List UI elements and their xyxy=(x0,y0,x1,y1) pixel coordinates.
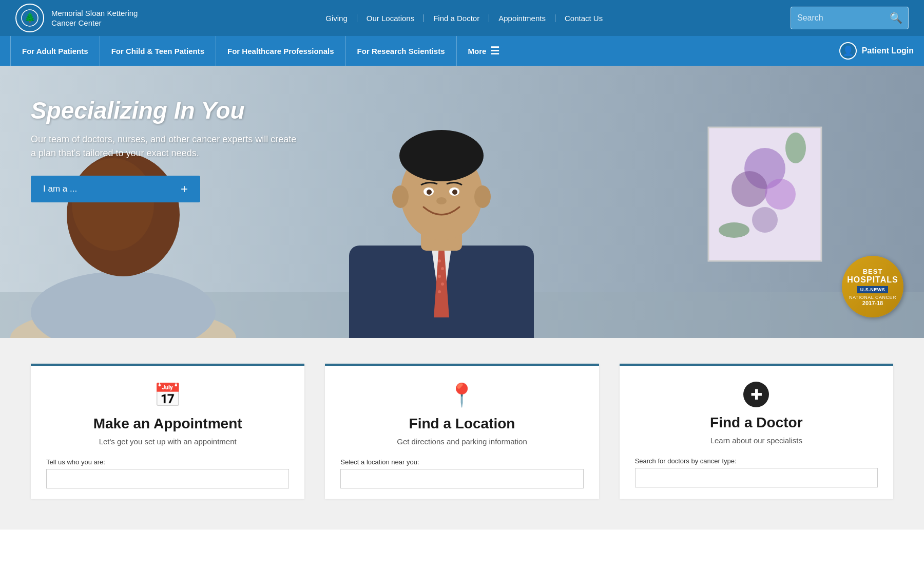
cards-section: 📅 Make an Appointment Let's get you set … xyxy=(0,338,924,530)
svg-point-16 xyxy=(441,282,444,286)
svg-point-31 xyxy=(765,179,796,210)
doctor-card-icon: ✚ xyxy=(743,382,769,407)
badge-national-text: NATIONAL CANCER xyxy=(849,295,896,300)
svg-point-22 xyxy=(474,185,491,208)
hero-content: Specializing In You Our team of doctors,… xyxy=(31,97,296,202)
doctor-input-label: Search for doctors by cancer type: xyxy=(635,457,878,465)
svg-point-20 xyxy=(399,130,484,181)
badge-usnews-text: U.S.NEWS xyxy=(857,286,889,293)
location-input-label: Select a location near you: xyxy=(340,458,583,466)
svg-point-15 xyxy=(438,275,441,278)
svg-point-27 xyxy=(436,197,447,204)
logo[interactable]: 🌲 Memorial Sloan Kettering Cancer Center xyxy=(15,4,138,32)
svg-point-14 xyxy=(441,267,444,270)
nav-find-a-doctor[interactable]: Find a Doctor xyxy=(424,14,489,22)
hero-title: Specializing In You xyxy=(31,97,296,124)
top-bar: 🌲 Memorial Sloan Kettering Cancer Center… xyxy=(0,0,924,36)
location-card: 📍 Find a Location Get directions and par… xyxy=(325,364,599,499)
patient-login-button[interactable]: 👤 Patient Login xyxy=(839,42,914,60)
doctor-card-desc: Learn about our specialists xyxy=(710,436,802,445)
nav-research-scientists[interactable]: For Research Scientists xyxy=(346,36,457,66)
appointment-card: 📅 Make an Appointment Let's get you set … xyxy=(31,364,304,499)
nav-appointments[interactable]: Appointments xyxy=(489,14,555,22)
nav-adult-patients[interactable]: For Adult Patients xyxy=(10,36,100,66)
badge-best-text: BEST xyxy=(863,268,883,275)
search-input[interactable] xyxy=(797,13,890,23)
appointment-input-label: Tell us who you are: xyxy=(46,458,289,466)
search-box[interactable]: 🔍 xyxy=(791,7,909,29)
nav-child-teen-patients[interactable]: For Child & Teen Patients xyxy=(100,36,216,66)
hero-subtitle: Our team of doctors, nurses, and other c… xyxy=(31,133,296,160)
nav-contact-us[interactable]: Contact Us xyxy=(555,14,612,22)
location-card-title: Find a Location xyxy=(409,416,515,432)
secondary-navigation: For Adult Patients For Child & Teen Pati… xyxy=(0,36,924,66)
svg-point-34 xyxy=(785,133,806,163)
nav-our-locations[interactable]: Our Locations xyxy=(357,14,424,22)
svg-point-13 xyxy=(438,259,441,262)
svg-point-17 xyxy=(438,290,441,293)
i-am-a-button[interactable]: I am a ... + xyxy=(31,176,200,202)
hero-cta-plus: + xyxy=(181,182,188,196)
appointment-card-title: Make an Appointment xyxy=(93,416,242,432)
location-icon: 📍 xyxy=(448,382,476,408)
svg-point-33 xyxy=(719,222,749,238)
doctor-card-title: Find a Doctor xyxy=(710,415,802,431)
doctor-input[interactable] xyxy=(635,468,878,487)
svg-point-25 xyxy=(427,190,432,195)
top-navigation: Giving Our Locations Find a Doctor Appoi… xyxy=(316,14,612,22)
location-input[interactable] xyxy=(340,469,583,488)
badge-year-text: 2017-18 xyxy=(862,300,883,306)
svg-point-26 xyxy=(452,190,457,195)
nav-healthcare-professionals[interactable]: For Healthcare Professionals xyxy=(216,36,346,66)
hero-section: Specializing In You Our team of doctors,… xyxy=(0,66,924,338)
org-name: Memorial Sloan Kettering Cancer Center xyxy=(51,8,138,28)
doctor-input-group: Search for doctors by cancer type: xyxy=(635,457,878,487)
user-icon: 👤 xyxy=(839,42,857,60)
hamburger-icon: ☰ xyxy=(490,45,499,57)
location-card-desc: Get directions and parking information xyxy=(397,437,527,446)
appointment-input-group: Tell us who you are: xyxy=(46,458,289,488)
search-icon[interactable]: 🔍 xyxy=(890,12,902,24)
nav-giving[interactable]: Giving xyxy=(316,14,357,22)
svg-point-30 xyxy=(732,171,767,207)
best-hospitals-badge: BEST HOSPITALS U.S.NEWS NATIONAL CANCER … xyxy=(842,256,903,317)
badge-hospitals-text: HOSPITALS xyxy=(847,275,898,285)
location-input-group: Select a location near you: xyxy=(340,458,583,488)
badge-content: BEST HOSPITALS U.S.NEWS NATIONAL CANCER … xyxy=(842,256,903,317)
doctor-card: ✚ Find a Doctor Learn about our speciali… xyxy=(620,364,893,499)
appointment-input[interactable] xyxy=(46,469,289,488)
svg-text:🌲: 🌲 xyxy=(24,12,36,23)
more-label: More xyxy=(468,47,487,55)
nav-more[interactable]: More ☰ xyxy=(457,36,511,66)
svg-point-32 xyxy=(752,207,778,233)
appointment-card-desc: Let's get you set up with an appointment xyxy=(99,437,237,446)
secondary-nav-items: For Adult Patients For Child & Teen Pati… xyxy=(10,36,511,66)
logo-icon: 🌲 xyxy=(15,4,44,32)
patient-login-label: Patient Login xyxy=(862,46,914,55)
appointment-icon: 📅 xyxy=(153,382,182,408)
hero-cta-label: I am a ... xyxy=(43,184,77,194)
svg-point-21 xyxy=(392,185,409,208)
